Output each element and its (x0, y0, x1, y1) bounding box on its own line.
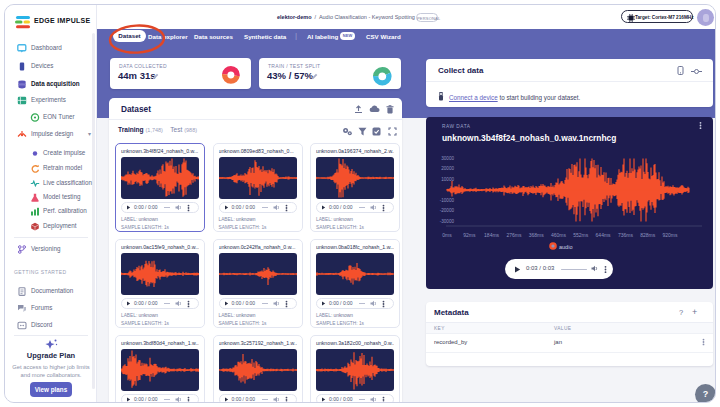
svg-text:368ms: 368ms (529, 232, 545, 238)
svg-text:184ms: 184ms (484, 232, 500, 238)
svg-text:828ms: 828ms (640, 232, 656, 238)
svg-text:920ms: 920ms (662, 232, 678, 238)
svg-text:30000: 30000 (441, 156, 454, 161)
svg-text:-20000: -20000 (440, 208, 455, 213)
svg-text:736ms: 736ms (618, 232, 634, 238)
svg-text:20000: 20000 (441, 166, 454, 171)
svg-text:460ms: 460ms (551, 232, 567, 238)
svg-text:92ms: 92ms (463, 232, 476, 238)
svg-text:644ms: 644ms (596, 232, 612, 238)
svg-text:552ms: 552ms (573, 232, 589, 238)
svg-text:-30000: -30000 (440, 219, 455, 224)
svg-text:276ms: 276ms (506, 232, 522, 238)
svg-text:-10000: -10000 (440, 198, 455, 203)
svg-text:0ms: 0ms (442, 232, 452, 238)
svg-text:audio: audio (559, 244, 572, 250)
